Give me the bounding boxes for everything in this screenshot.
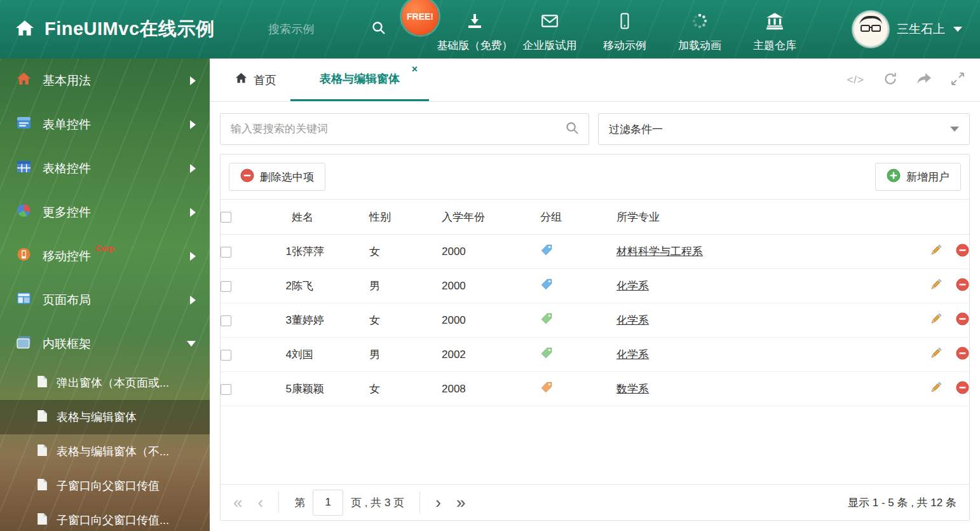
- next-page-icon[interactable]: ›: [435, 494, 441, 511]
- envelope-icon: [540, 12, 559, 33]
- home-tab-icon: [235, 72, 247, 87]
- nav-item-enterprise-trial[interactable]: 企业版试用: [512, 6, 587, 53]
- add-user-button[interactable]: 新增用户: [875, 163, 961, 191]
- nav-label: 企业版试用: [523, 38, 577, 53]
- grid-icon: [17, 160, 31, 177]
- sidebar-item-mobile-controls[interactable]: 移动控件 Corp.: [0, 234, 210, 278]
- search-icon[interactable]: [371, 20, 386, 38]
- row-checkbox[interactable]: [221, 350, 231, 361]
- brand[interactable]: FineUIMvc在线示例: [0, 17, 267, 42]
- major-link[interactable]: 化学系: [616, 280, 649, 292]
- share-icon[interactable]: [916, 72, 932, 88]
- edit-icon[interactable]: [929, 347, 943, 363]
- column-header-year[interactable]: 入学年份: [442, 200, 540, 235]
- delete-row-icon[interactable]: [956, 312, 969, 329]
- sidebar-item-grid-controls[interactable]: 表格控件: [0, 146, 210, 190]
- delete-row-icon[interactable]: [956, 381, 969, 397]
- column-header-group[interactable]: 分组: [540, 200, 616, 235]
- chevron-down-icon: [187, 341, 196, 347]
- sidebar-subitem-child-to-parent-2[interactable]: 子窗口向父窗口传值...: [0, 503, 210, 531]
- major-link[interactable]: 化学系: [616, 348, 649, 361]
- cell-name: 董婷婷: [292, 303, 369, 338]
- sidebar-subitem-grid-edit-window[interactable]: 表格与编辑窗体: [0, 400, 210, 434]
- delete-row-icon[interactable]: [956, 347, 969, 363]
- user-menu[interactable]: 三生石上: [853, 11, 980, 47]
- bank-icon: [765, 12, 784, 33]
- edit-icon[interactable]: [929, 312, 943, 329]
- sidebar-item-more-controls[interactable]: 更多控件: [0, 190, 210, 234]
- sidebar-item-inline-frame[interactable]: 内联框架: [0, 322, 210, 366]
- column-header-gender[interactable]: 性别: [369, 200, 442, 235]
- chevron-right-icon: [190, 208, 196, 217]
- sidebar-subitem-child-to-parent[interactable]: 子窗口向父窗口传值: [0, 469, 210, 503]
- cell-group: [540, 338, 616, 372]
- first-page-icon[interactable]: «: [233, 494, 242, 511]
- divider: [278, 492, 279, 513]
- major-link[interactable]: 材料科学与工程系: [616, 245, 703, 258]
- select-all-checkbox[interactable]: [221, 212, 231, 223]
- nav-item-theme-store[interactable]: 主题仓库: [737, 6, 812, 53]
- edit-icon[interactable]: [929, 381, 943, 397]
- prev-page-icon[interactable]: ‹: [257, 494, 263, 511]
- cell-year: 2002: [442, 338, 540, 372]
- delete-selected-button[interactable]: 删除选中项: [229, 163, 325, 191]
- column-header-major[interactable]: 所学专业: [616, 200, 894, 235]
- column-header-name[interactable]: 姓名: [292, 200, 369, 235]
- nav-item-loading-animations[interactable]: 加载动画: [662, 6, 737, 53]
- close-tab-icon[interactable]: ×: [412, 64, 418, 75]
- user-avatar: [853, 11, 888, 47]
- edit-icon[interactable]: [929, 278, 943, 294]
- mobile-controls-icon: [17, 247, 31, 265]
- filter-dropdown[interactable]: 过滤条件一: [598, 113, 970, 145]
- cell-year: 2000: [442, 303, 540, 338]
- chevron-right-icon: [190, 76, 196, 85]
- row-checkbox[interactable]: [221, 315, 231, 326]
- delete-row-icon[interactable]: [956, 244, 969, 260]
- filter-dropdown-value: 过滤条件一: [609, 122, 663, 137]
- table-row: 5 康颖颖 女 2008 数学系: [221, 372, 969, 406]
- tab-grid-edit-window[interactable]: 表格与编辑窗体 ×: [290, 59, 429, 101]
- sidebar-item-basic-usage[interactable]: 基本用法: [0, 59, 210, 102]
- page-total-label: 页 , 共 3 页: [351, 495, 404, 510]
- keyword-search-input[interactable]: [229, 122, 559, 136]
- row-checkbox[interactable]: [221, 281, 231, 292]
- row-checkbox[interactable]: [221, 384, 231, 395]
- file-icon: [37, 478, 48, 494]
- search-icon[interactable]: [565, 121, 580, 138]
- sidebar-item-label: 表单控件: [43, 116, 91, 133]
- mobile-icon: [616, 12, 634, 33]
- sidebar-subitem-grid-edit-window-alt[interactable]: 表格与编辑窗体（不...: [0, 434, 210, 469]
- delete-row-icon[interactable]: [956, 278, 969, 294]
- main-area: 首页 表格与编辑窗体 × </>: [210, 59, 980, 531]
- major-link[interactable]: 数学系: [616, 383, 649, 395]
- row-number: 3: [252, 303, 292, 338]
- sidebar-item-label: 移动控件: [43, 248, 91, 265]
- sidebar-item-page-layout[interactable]: 页面布局: [0, 278, 210, 322]
- cell-group: [540, 235, 616, 269]
- expand-icon[interactable]: [951, 72, 965, 88]
- page-number-group: 第 1 页 , 共 3 页: [294, 490, 404, 516]
- refresh-icon[interactable]: [883, 72, 897, 88]
- source-code-icon[interactable]: </>: [847, 74, 864, 86]
- cell-name: 刘国: [292, 338, 369, 372]
- spinner-icon: [691, 12, 709, 33]
- header-search-input[interactable]: [267, 22, 362, 37]
- plus-circle-icon: [887, 169, 901, 186]
- tab-home[interactable]: 首页: [221, 59, 290, 101]
- last-page-icon[interactable]: »: [456, 494, 465, 511]
- page-input[interactable]: 1: [313, 490, 343, 516]
- row-checkbox[interactable]: [221, 247, 231, 258]
- sidebar-subitem-popup-window[interactable]: 弹出窗体（本页面或...: [0, 366, 210, 400]
- edit-icon[interactable]: [929, 244, 943, 260]
- nav-item-basic-edition[interactable]: 基础版（免费）: [437, 6, 512, 53]
- data-grid: 姓名 性别 入学年份 分组 所学专业 1: [221, 199, 969, 484]
- major-link[interactable]: 化学系: [616, 314, 649, 326]
- sidebar-item-form-controls[interactable]: 表单控件: [0, 102, 210, 146]
- minus-circle-icon: [240, 169, 254, 186]
- cell-gender: 男: [369, 338, 442, 372]
- cell-gender: 女: [369, 303, 442, 338]
- button-label: 删除选中项: [260, 170, 314, 184]
- tab-label: 表格与编辑窗体: [320, 71, 400, 86]
- nav-item-mobile-demo[interactable]: 移动示例: [587, 6, 662, 53]
- tab-toolbar: </>: [847, 59, 965, 101]
